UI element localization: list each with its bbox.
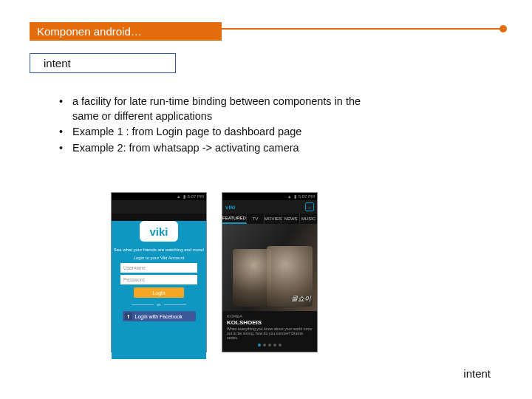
hero-figure-left [233,249,271,307]
login-hint: Login to your Viki Account [112,256,206,260]
dot-icon[interactable] [273,344,276,347]
subtitle-box: intent [30,53,176,73]
viki-logo: viki [140,221,178,242]
login-panel: viki See what your friends are watching … [112,221,206,359]
search-icon[interactable]: ⌕ [305,202,314,211]
signal-icon: ▮ [294,194,296,199]
signal-icon: ▮ [183,194,185,199]
hero-tag: KOREA [227,314,313,318]
status-time: 5:07 PM [188,194,204,199]
dot-icon[interactable] [258,344,261,347]
phone-login-screen: ▲ ▮ 5:07 PM viki See what your friends a… [111,192,207,352]
wifi-icon: ▲ [177,194,181,199]
username-field[interactable]: Username [120,263,197,273]
tab-tv[interactable]: TV [247,214,265,224]
carousel-dots [227,344,313,347]
bullet-item: Example 1 : from Login page to dashboard… [59,125,377,140]
tagline-text: See what your friends are watching and m… [112,248,206,253]
status-time: 5:07 PM [299,194,315,199]
hero-script-text: 콜쇼이 [291,294,311,304]
status-bar: ▲ ▮ 5:07 PM [222,193,317,200]
category-tabs: FEATURED TV MOVIES NEWS MUSIC [222,214,317,224]
login-button[interactable]: Login [134,287,184,298]
app-top-bar: viki ⌕ [222,200,317,214]
dot-icon[interactable] [268,344,271,347]
app-top-bar [112,200,206,214]
viki-logo: viki [225,204,235,211]
bullet-item: a facility for late run-time binding bet… [59,95,377,123]
title-rule [207,28,502,30]
hero-description: When everything you know about your worl… [227,327,313,341]
hero-title: KOLSHOEIS [227,319,313,326]
hero-meta: KOREA KOLSHOEIS When everything you know… [222,311,317,349]
facebook-icon: f [125,313,132,320]
tab-music[interactable]: MUSIC [300,214,317,224]
or-divider: or [112,302,206,307]
dot-icon[interactable] [263,344,266,347]
phone-dashboard-screen: ▲ ▮ 5:07 PM viki ⌕ FEATURED TV MOVIES NE… [222,192,318,352]
slide: Komponen android… intent a facility for … [0,0,532,399]
tab-news[interactable]: NEWS [282,214,300,224]
facebook-login-button[interactable]: f Login with Facebook [123,311,196,321]
rule-dot-icon [499,25,507,33]
bullet-item: Example 2: from whatsapp -> activating c… [59,141,377,156]
wifi-icon: ▲ [287,194,292,199]
footer-label: intent [463,367,491,380]
phone-screenshots: ▲ ▮ 5:07 PM viki See what your friends a… [111,192,318,352]
password-field[interactable]: Password [120,275,197,284]
bullet-list: a facility for late run-time binding bet… [59,95,377,157]
dot-icon[interactable] [279,344,282,347]
tab-movies[interactable]: MOVIES [265,214,282,224]
slide-title: Komponen android… [30,22,222,41]
tab-featured[interactable]: FEATURED [222,214,247,224]
status-bar: ▲ ▮ 5:07 PM [112,193,206,200]
facebook-login-label: Login with Facebook [135,314,183,319]
hero-banner[interactable]: 콜쇼이 [222,224,317,311]
